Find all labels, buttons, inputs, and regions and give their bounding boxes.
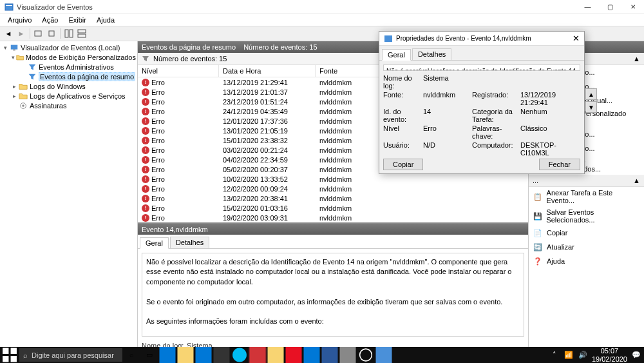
- menu-action[interactable]: Ação: [37, 15, 63, 25]
- svg-rect-4: [65, 30, 68, 37]
- svg-point-35: [360, 349, 372, 361]
- toolbar-icon-2[interactable]: [46, 28, 57, 39]
- pinned-app-10[interactable]: [321, 347, 339, 363]
- close-dialog-button[interactable]: Fechar: [539, 159, 580, 170]
- error-icon: !: [142, 166, 149, 173]
- notifications-icon[interactable]: 💬: [631, 350, 641, 360]
- computer-icon: [9, 43, 19, 52]
- svg-rect-30: [268, 347, 284, 363]
- pinned-app-12[interactable]: [357, 347, 375, 363]
- minimize-button[interactable]: —: [576, 0, 599, 14]
- pinned-app-13[interactable]: [375, 347, 393, 363]
- dialog-buttons: Copiar Fechar: [379, 155, 584, 173]
- pinned-app-9[interactable]: [303, 347, 321, 363]
- pinned-app-6[interactable]: [249, 347, 267, 363]
- tree-node-admin-events[interactable]: Eventos Administrativos: [19, 62, 136, 72]
- toolbar-icon-1[interactable]: [33, 28, 44, 39]
- detail-description: Não é possível localizar a descrição da …: [142, 253, 524, 337]
- action-item[interactable]: 📋Anexar Tarefa a Este Evento...: [529, 187, 644, 206]
- filter-icon[interactable]: [142, 55, 149, 63]
- copy-button[interactable]: Copiar: [383, 159, 423, 170]
- back-button[interactable]: ◄: [3, 28, 14, 39]
- tree-node-summary-events[interactable]: Eventos da página de resumo: [19, 72, 136, 81]
- tree-node-custom-views[interactable]: ▾ Modos de Exibição Personalizados: [10, 52, 136, 62]
- pinned-app-3[interactable]: [194, 347, 213, 363]
- event-row[interactable]: !Erro15/02/2020 01:03:16nvlddmkm: [138, 203, 528, 213]
- tray-up-icon[interactable]: ˄: [549, 350, 560, 360]
- pinned-app-1[interactable]: [158, 347, 176, 363]
- column-level[interactable]: Nível: [138, 65, 219, 77]
- app-icon: [4, 2, 14, 12]
- close-button[interactable]: ✕: [621, 0, 644, 14]
- action-icon: 📄: [533, 228, 543, 238]
- collapse-icon[interactable]: ▲: [633, 55, 640, 63]
- filter-count: Número de eventos: 15: [153, 55, 227, 63]
- clock[interactable]: 05:07 19/02/2020: [592, 347, 627, 362]
- prev-event-button[interactable]: ▲: [585, 88, 597, 100]
- detail-panel: Evento 14,nvlddmkm Geral Detalhes Não é …: [138, 222, 528, 347]
- dialog-tab-general[interactable]: Geral: [382, 49, 411, 61]
- action-item[interactable]: 📄Copiar: [529, 226, 644, 240]
- next-event-button[interactable]: ▼: [585, 101, 597, 113]
- expander-icon[interactable]: ▾: [10, 54, 16, 61]
- expander-icon[interactable]: ▾: [1, 44, 9, 51]
- menu-help[interactable]: Ajuda: [91, 15, 120, 25]
- event-row[interactable]: !Erro12/02/2020 00:09:24nvlddmkm: [138, 184, 528, 193]
- cortana-icon[interactable]: ○: [122, 347, 140, 363]
- action-item[interactable]: ❓Ajuda: [529, 254, 644, 268]
- pinned-app-4[interactable]: [213, 347, 231, 363]
- tab-general[interactable]: Geral: [140, 237, 169, 249]
- expander-icon[interactable]: ▸: [10, 93, 18, 99]
- action-item[interactable]: 💾Salvar Eventos Selecionados...: [529, 206, 644, 226]
- svg-rect-3: [49, 31, 54, 36]
- maximize-button[interactable]: ▢: [599, 0, 621, 14]
- event-properties-dialog: Propriedades do Evento - Evento 14,nvldd…: [379, 31, 585, 174]
- task-view-icon[interactable]: ▭: [140, 347, 158, 363]
- svg-rect-6: [78, 30, 86, 33]
- tree-node-subscriptions[interactable]: Assinaturas: [10, 101, 136, 110]
- pinned-app-2[interactable]: [176, 347, 194, 363]
- tree-node-app-logs[interactable]: ▸ Logs de Aplicativos e Serviços: [10, 91, 136, 101]
- tab-details[interactable]: Detalhes: [170, 237, 209, 248]
- svg-rect-29: [250, 347, 266, 363]
- start-button[interactable]: [0, 347, 19, 363]
- column-date[interactable]: Data e Hora: [219, 65, 316, 77]
- toolbar-icon-3[interactable]: [63, 28, 75, 39]
- pinned-app-11[interactable]: [339, 347, 357, 363]
- menu-file[interactable]: Arquivo: [3, 15, 37, 25]
- pinned-app-8[interactable]: [285, 347, 303, 363]
- dialog-title: Propriedades do Evento - Evento 14,nvldd…: [396, 35, 531, 42]
- network-icon[interactable]: 📶: [564, 350, 574, 360]
- menubar: Arquivo Ação Exibir Ajuda: [0, 14, 644, 26]
- action-item[interactable]: 🔄Atualizar: [529, 240, 644, 254]
- svg-rect-2: [35, 31, 41, 36]
- svg-rect-9: [13, 49, 15, 50]
- actions-section-2-header[interactable]: ... ▲: [529, 175, 644, 187]
- event-row[interactable]: !Erro10/02/2020 13:33:52nvlddmkm: [138, 174, 528, 184]
- search-placeholder: Digite aqui para pesquisar: [32, 351, 114, 359]
- event-row[interactable]: !Erro13/02/2020 20:38:41nvlddmkm: [138, 193, 528, 203]
- dialog-titlebar[interactable]: Propriedades do Evento - Evento 14,nvldd…: [379, 32, 584, 46]
- dialog-close-button[interactable]: ✕: [568, 32, 584, 45]
- tree-root[interactable]: ▾ Visualizador de Eventos (Local): [1, 43, 136, 52]
- dialog-nav-buttons: ▲ ▼: [585, 88, 597, 113]
- folder-icon: [18, 82, 28, 91]
- toolbar-icon-4[interactable]: [76, 28, 88, 39]
- taskbar-search[interactable]: ⌕ Digite aqui para pesquisar: [19, 348, 122, 362]
- error-icon: !: [142, 146, 149, 154]
- tree-node-windows-logs[interactable]: ▸ Logs do Windows: [10, 81, 136, 91]
- menu-view[interactable]: Exibir: [63, 15, 91, 25]
- pinned-app-5[interactable]: [231, 347, 249, 363]
- dialog-body: Não é possível localizar a descrição da …: [379, 61, 584, 155]
- svg-rect-23: [11, 356, 17, 362]
- forward-button[interactable]: ►: [15, 28, 27, 39]
- collapse-icon[interactable]: ▲: [633, 177, 640, 184]
- svg-rect-7: [78, 34, 86, 37]
- dialog-tab-details[interactable]: Detalhes: [412, 48, 451, 60]
- folder-icon: [18, 92, 28, 101]
- window-title: Visualizador de Eventos: [17, 3, 93, 11]
- volume-icon[interactable]: 🔊: [578, 350, 588, 360]
- expander-icon[interactable]: ▸: [10, 83, 18, 90]
- pinned-app-7[interactable]: [267, 347, 285, 363]
- event-row[interactable]: !Erro19/02/2020 03:09:31nvlddmkm: [138, 213, 528, 222]
